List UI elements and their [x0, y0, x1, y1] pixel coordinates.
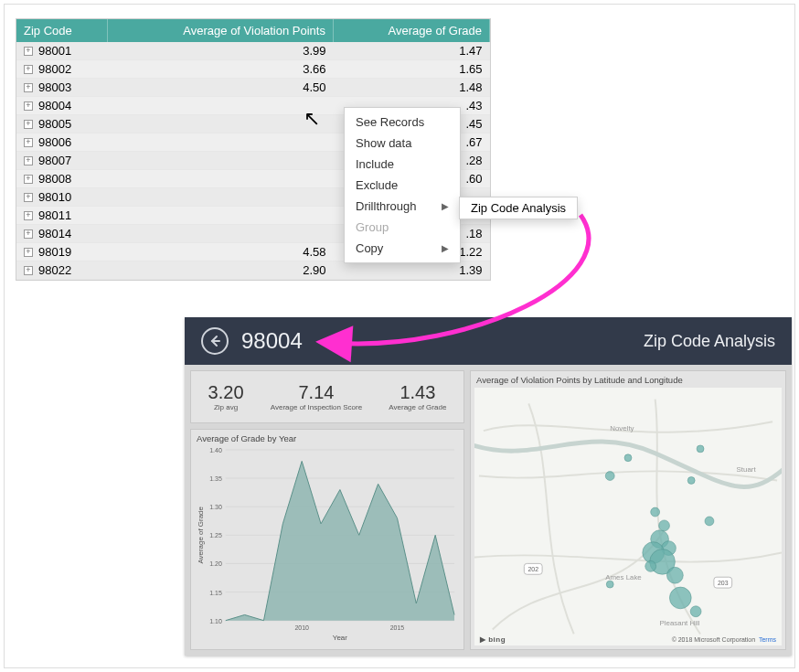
- svg-point-29: [624, 454, 632, 462]
- svg-point-25: [666, 567, 683, 583]
- avg-grade-cell: 1.39: [333, 261, 489, 280]
- svg-text:Novelty: Novelty: [610, 424, 634, 432]
- svg-text:202: 202: [527, 566, 538, 572]
- expand-icon[interactable]: +: [24, 65, 33, 74]
- zip-cell: 98001: [38, 44, 71, 58]
- expand-icon[interactable]: +: [24, 138, 33, 147]
- svg-point-24: [645, 560, 656, 571]
- ctx-copy[interactable]: Copy ▶: [345, 238, 460, 259]
- zip-cell: 98006: [38, 135, 71, 149]
- card-zip-avg[interactable]: 3.20 Zip avg: [208, 382, 244, 411]
- map-title: Average of Violation Points by Latitude …: [471, 371, 785, 389]
- svg-text:1.20: 1.20: [209, 560, 222, 567]
- expand-icon[interactable]: +: [24, 175, 33, 184]
- avg-grade-cell: 1.48: [333, 79, 489, 97]
- chevron-right-icon: ▶: [442, 243, 449, 253]
- zip-cell: 98022: [38, 263, 71, 277]
- svg-text:Stuart: Stuart: [737, 465, 757, 474]
- expand-icon[interactable]: +: [24, 47, 33, 56]
- svg-point-28: [605, 472, 614, 481]
- svg-text:1.10: 1.10: [209, 618, 222, 624]
- zip-cell: 98007: [38, 154, 71, 167]
- drillthrough-page-title: Zip Code Analysis: [644, 332, 775, 351]
- avg-grade-cell: 1.47: [333, 42, 489, 60]
- avg-vp-cell: [107, 188, 333, 207]
- table-row[interactable]: +980013.991.47: [16, 42, 490, 60]
- avg-vp-cell: 4.50: [107, 79, 333, 97]
- map-terms-link[interactable]: Terms: [759, 636, 776, 643]
- table-row[interactable]: +980222.901.39: [16, 261, 490, 280]
- ctx-exclude[interactable]: Exclude: [345, 175, 460, 196]
- svg-text:1.15: 1.15: [209, 590, 222, 596]
- svg-point-33: [606, 581, 613, 588]
- svg-text:2015: 2015: [390, 624, 405, 631]
- svg-text:203: 203: [718, 580, 729, 586]
- ctx-show-data[interactable]: Show data: [345, 133, 460, 154]
- svg-text:1.40: 1.40: [209, 447, 222, 453]
- col-avg-grade-header[interactable]: Average of Grade: [333, 19, 489, 42]
- svg-point-32: [697, 445, 704, 453]
- ctx-include[interactable]: Include: [345, 154, 460, 175]
- svg-text:Year: Year: [333, 634, 347, 642]
- expand-icon[interactable]: +: [24, 101, 33, 111]
- avg-vp-cell: [107, 115, 333, 133]
- map-copyright: © 2018 Microsoft Corporation: [672, 636, 756, 643]
- expand-icon[interactable]: +: [24, 120, 33, 129]
- avg-vp-cell: [107, 133, 333, 152]
- expand-icon[interactable]: +: [24, 211, 33, 220]
- back-button[interactable]: [201, 327, 229, 355]
- expand-icon[interactable]: +: [24, 156, 33, 165]
- card-grade[interactable]: 1.43 Average of Grade: [389, 382, 446, 411]
- drillthrough-zip-title: 98004: [241, 328, 303, 354]
- svg-point-19: [659, 520, 670, 531]
- table-row[interactable]: +980034.501.48: [16, 79, 490, 97]
- chevron-right-icon: ▶: [442, 201, 449, 211]
- zip-cell: 98003: [38, 80, 71, 94]
- svg-point-31: [705, 517, 714, 526]
- avg-vp-cell: [107, 207, 333, 225]
- avg-vp-cell: 3.99: [107, 42, 333, 60]
- avg-vp-cell: [107, 170, 333, 188]
- expand-icon[interactable]: +: [24, 83, 33, 92]
- zip-cell: 98014: [38, 227, 71, 240]
- ctx-drillthrough-option[interactable]: Zip Code Analysis: [459, 197, 578, 219]
- svg-point-27: [690, 606, 701, 617]
- map-svg: NoveltyStuartAmes LakePleasant Hill20220…: [474, 388, 782, 645]
- arrow-left-icon: [208, 335, 221, 347]
- ctx-group: Group: [345, 217, 460, 238]
- col-zip-header[interactable]: Zip Code: [16, 19, 107, 42]
- avg-vp-cell: [107, 225, 333, 243]
- zip-cell: 98002: [38, 62, 71, 76]
- svg-point-18: [651, 507, 660, 517]
- zip-cell: 98005: [38, 117, 71, 131]
- context-menu: See Records Show data Include Exclude Dr…: [344, 107, 461, 263]
- expand-icon[interactable]: +: [24, 229, 33, 239]
- svg-text:1.35: 1.35: [209, 475, 222, 482]
- expand-icon[interactable]: +: [24, 193, 33, 202]
- expand-icon[interactable]: +: [24, 248, 33, 257]
- zip-cell: 98010: [38, 190, 71, 204]
- zip-cell: 98004: [38, 99, 71, 112]
- drillthrough-page: 98004 Zip Code Analysis 3.20 Zip avg 7.1…: [185, 317, 792, 656]
- ctx-drillthrough[interactable]: Drillthrough ▶: [345, 196, 460, 217]
- area-chart-svg: 1.101.151.201.251.301.351.4020102015Year…: [195, 446, 460, 643]
- map-tile[interactable]: Average of Violation Points by Latitude …: [470, 370, 786, 650]
- summary-cards: 3.20 Zip avg 7.14 Average of Inspection …: [190, 370, 464, 423]
- svg-text:1.25: 1.25: [209, 532, 222, 539]
- card-inspection-score[interactable]: 7.14 Average of Inspection Score: [271, 382, 362, 411]
- zip-cell: 98008: [38, 172, 71, 186]
- avg-vp-cell: 2.90: [107, 261, 333, 280]
- svg-point-26: [669, 587, 691, 609]
- table-row[interactable]: +980023.661.65: [16, 60, 490, 79]
- avg-vp-cell: [107, 152, 333, 170]
- expand-icon[interactable]: +: [24, 266, 33, 275]
- svg-text:Pleasant Hill: Pleasant Hill: [660, 619, 700, 627]
- chart-title: Average of Grade by Year: [197, 433, 458, 443]
- svg-point-30: [687, 477, 695, 485]
- ctx-see-records[interactable]: See Records: [345, 112, 460, 133]
- svg-text:2010: 2010: [294, 624, 309, 631]
- map-canvas[interactable]: NoveltyStuartAmes LakePleasant Hill20220…: [474, 388, 782, 645]
- grade-by-year-chart[interactable]: Average of Grade by Year 1.101.151.201.2…: [190, 429, 464, 650]
- svg-text:1.30: 1.30: [209, 504, 222, 510]
- col-avg-vp-header[interactable]: Average of Violation Points: [107, 19, 333, 42]
